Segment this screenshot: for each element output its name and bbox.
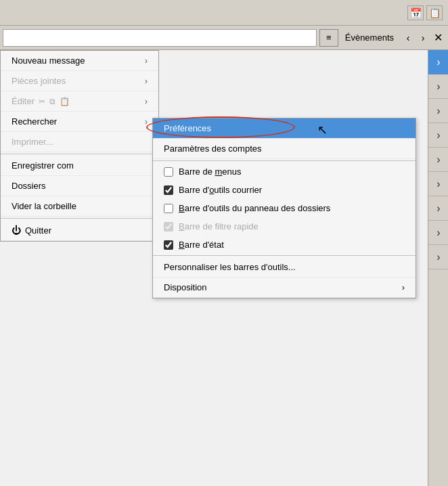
- tab-nav-next[interactable]: ›: [416, 30, 430, 45]
- menu-item-vider-corbeille[interactable]: Vider la corbeille: [1, 196, 158, 217]
- checkbox-barre-etat-label: Barre d'état: [179, 240, 224, 250]
- menu-item-enregistrer[interactable]: Enregistrer com: [1, 156, 158, 176]
- menu-item-label: Enregistrer com: [12, 160, 74, 171]
- menu-item-editer[interactable]: Éditer ✂ ⧉ 📋 ›: [1, 91, 158, 112]
- personnaliser-label: Personnaliser les barres d'outils...: [164, 262, 296, 272]
- cut-icon: ✂: [39, 97, 45, 106]
- checkbox-barre-etat[interactable]: Barre d'état: [153, 236, 416, 254]
- checkbox-barre-outils-dossiers-label: Barre d'outils du panneau des dossiers: [179, 203, 330, 213]
- submenu-arrow-icon: ›: [145, 76, 148, 86]
- menu-item-nouveau-message[interactable]: Nouveau message ›: [1, 51, 158, 71]
- right-sidebar-item-1[interactable]: [428, 74, 448, 99]
- menu-item-dossiers[interactable]: Dossiers: [1, 176, 158, 196]
- checkbox-barre-menus-input[interactable]: [164, 167, 173, 177]
- menu-item-imprimer[interactable]: Imprimer...: [1, 132, 158, 152]
- preferences-label: Préférences: [164, 123, 211, 133]
- submenu-arrow-icon: ›: [145, 97, 148, 106]
- menu-item-label: Vider la corbeille: [12, 201, 76, 211]
- checkbox-barre-outils-courrier-label: Barre d'outils courrier: [179, 185, 262, 195]
- menu-item-label: Pièces jointes: [12, 76, 66, 86]
- submenu-arrow-icon: ›: [145, 117, 148, 127]
- submenu-item-parametres-comptes[interactable]: Paramètres des comptes: [153, 139, 416, 159]
- checkbox-barre-menus[interactable]: Barre de menus: [153, 162, 416, 181]
- checkbox-barre-filtre-rapide-label: Barre de filtre rapide: [179, 221, 259, 231]
- submenu-item-personnaliser[interactable]: Personnaliser les barres d'outils...: [153, 257, 416, 278]
- hamburger-button[interactable]: ≡: [319, 29, 338, 47]
- parametres-comptes-label: Paramètres des comptes: [164, 143, 262, 154]
- checkbox-barre-filtre-rapide[interactable]: Barre de filtre rapide: [153, 217, 416, 236]
- menu-item-label: Dossiers: [12, 181, 46, 191]
- copy-icon: ⧉: [49, 97, 55, 106]
- right-sidebar-item-4[interactable]: [428, 148, 448, 172]
- disposition-arrow-icon: ›: [402, 282, 405, 292]
- checkbox-barre-outils-courrier-input[interactable]: [164, 185, 173, 195]
- checkbox-barre-outils-dossiers-input[interactable]: [164, 204, 173, 213]
- underline-m: m: [215, 167, 222, 177]
- underline-b3: B: [179, 240, 185, 250]
- preferences-row-wrapper: Préférences ↖: [153, 118, 416, 139]
- menu-item-label: Rechercher: [12, 116, 57, 127]
- editer-text-group: Éditer ✂ ⧉ 📋: [12, 96, 70, 106]
- menu-item-rechercher[interactable]: Rechercher ›: [1, 112, 158, 132]
- underline-o: o: [209, 185, 214, 195]
- right-sidebar-item-3[interactable]: [428, 123, 448, 148]
- power-icon: ⏻: [12, 225, 21, 236]
- submenu-separator-1: [153, 160, 416, 161]
- top-toolbar: 📅 📋: [0, 0, 448, 26]
- main-area: Nouveau message › Pièces jointes › Édite…: [0, 50, 448, 486]
- paste-icon: 📋: [60, 97, 70, 106]
- right-sidebar-item-5[interactable]: [428, 172, 448, 196]
- menu-separator-1: [1, 154, 158, 154]
- checkbox-barre-filtre-rapide-input[interactable]: [164, 222, 173, 231]
- menu-separator-2: [1, 218, 158, 219]
- submenu-item-disposition[interactable]: Disposition ›: [153, 278, 416, 298]
- right-sidebar-item-7[interactable]: [428, 221, 448, 245]
- editer-label: Éditer: [12, 96, 35, 106]
- left-menu: Nouveau message › Pièces jointes › Édite…: [0, 50, 159, 242]
- menu-item-quitter[interactable]: ⏻ Quitter: [1, 220, 158, 241]
- clipboard-icon-btn[interactable]: 📋: [426, 5, 443, 20]
- underline-b1: B: [179, 203, 185, 213]
- checkbox-barre-menus-label: Barre de menus: [179, 167, 242, 177]
- toolbar-icons: 📅 📋: [407, 5, 443, 20]
- menu-item-label: Imprimer...: [12, 137, 53, 147]
- right-sidebar-item-8[interactable]: [428, 245, 448, 269]
- menu-item-label: Nouveau message: [12, 56, 85, 66]
- submenu-separator-2: [153, 255, 416, 256]
- quit-label: Quitter: [25, 225, 51, 236]
- submenu-item-preferences[interactable]: Préférences: [153, 118, 416, 139]
- submenu-arrow-icon: ›: [145, 56, 148, 66]
- checkbox-barre-outils-courrier[interactable]: Barre d'outils courrier: [153, 181, 416, 199]
- tab-bar: Évènements ‹ › ✕: [338, 30, 448, 45]
- menu-item-pieces-jointes[interactable]: Pièces jointes ›: [1, 71, 158, 91]
- second-toolbar: ≡ Évènements ‹ › ✕: [0, 26, 448, 50]
- tab-nav-prev[interactable]: ‹: [401, 30, 416, 45]
- disposition-label: Disposition: [164, 282, 207, 292]
- right-sidebar-item-6[interactable]: [428, 196, 448, 221]
- tab-close-button[interactable]: ✕: [430, 30, 445, 45]
- underline-b2: B: [179, 221, 185, 231]
- right-sidebar-item-2[interactable]: [428, 99, 448, 123]
- hamburger-icon: ≡: [326, 32, 332, 43]
- preferences-submenu: Préférences ↖ Paramètres des comptes Bar…: [152, 118, 416, 299]
- search-box[interactable]: [3, 29, 317, 47]
- calendar-icon-btn[interactable]: 📅: [407, 5, 424, 20]
- right-sidebar-arrow-btn[interactable]: ›: [428, 50, 448, 74]
- checkbox-barre-etat-input[interactable]: [164, 240, 173, 250]
- checkbox-barre-outils-dossiers[interactable]: Barre d'outils du panneau des dossiers: [153, 199, 416, 217]
- tab-label: Évènements: [338, 30, 401, 45]
- right-sidebar: ›: [428, 50, 448, 486]
